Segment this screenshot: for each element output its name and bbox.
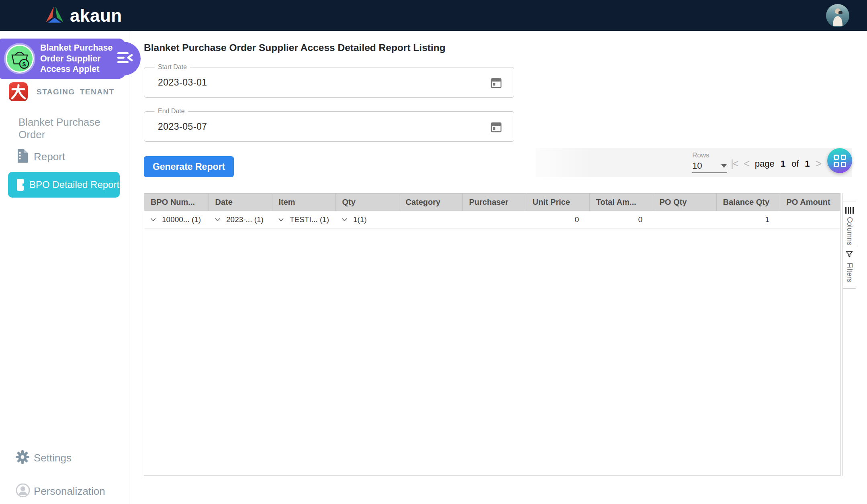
page-word: page [755,159,775,169]
rows-per-page-select[interactable]: 10 [692,159,727,173]
user-avatar[interactable] [826,4,849,27]
end-date-field: End Date [144,111,514,142]
sidebar: $ Blanket Purchase Order Supplier Access… [0,31,129,504]
brand-name: akaun [70,6,122,26]
sidebar-item-report-label: Report [34,151,65,163]
akaun-logo-icon [44,5,65,26]
end-date-input[interactable] [158,112,471,141]
pagination: |< < page 1 of 1 > >| [731,158,834,169]
applet-icon: $ [3,42,36,75]
of-word: of [791,159,799,169]
column-header-date[interactable]: Date [209,194,272,211]
rows-per-page-value: 10 [692,161,702,171]
grid-view-button[interactable] [827,148,852,173]
column-header-balance-qty[interactable]: Balance Qty [716,194,780,211]
column-header-unit-price[interactable]: Unit Price [526,194,589,211]
column-header-bpo-number[interactable]: BPO Num... [144,194,209,211]
cell-date: 2023-... (1) [226,215,264,224]
qty-group-toggle[interactable]: 1(1) [342,215,399,224]
date-group-toggle[interactable]: 2023-... (1) [215,215,272,224]
start-date-field: Start Date [144,67,514,98]
cell-item: TESTI... (1) [290,215,329,224]
table-toolbar: Rows 10 |< < page 1 of 1 > >| [536,148,852,177]
filters-panel-button[interactable]: Filters [843,246,856,289]
sidebar-item-settings[interactable]: Settings [0,449,129,467]
columns-panel-button[interactable]: Columns [843,202,856,246]
sidebar-item-bpo-detailed-report[interactable]: BPO Detailed Report [8,172,120,198]
sidebar-item-bpo-label: BPO Detailed Report [29,179,119,190]
start-date-input[interactable] [158,67,471,97]
column-header-purchaser[interactable]: Purchaser [462,194,526,211]
svg-text:$: $ [22,61,26,67]
grid-icon [834,155,846,167]
tenant-name: STAGING_TENANT [37,88,115,96]
applet-header: $ Blanket Purchase Order Supplier Access… [0,39,125,79]
columns-icon [845,207,854,214]
chevron-down-icon [342,218,347,221]
report-table-container: BPO Num... Date Item Qty Category Purcha… [144,193,840,476]
report-document-icon [16,149,28,165]
applet-title: Blanket Purchase Order Supplier Access A… [40,43,121,75]
bpo-report-icon [17,179,24,191]
column-header-qty[interactable]: Qty [335,194,399,211]
calendar-icon[interactable] [491,121,502,134]
cell-total-amount: 0 [589,211,653,229]
sidebar-item-personalization-label: Personalization [34,485,105,498]
column-header-category[interactable]: Category [399,194,462,211]
table-header-row: BPO Num... Date Item Qty Category Purcha… [144,194,840,211]
item-group-toggle[interactable]: TESTI... (1) [278,215,335,224]
column-header-po-amount[interactable]: PO Amount [780,194,840,211]
tenant-logo-icon [9,82,28,101]
current-page-number: 1 [781,159,785,169]
person-icon [16,484,30,499]
rows-label: Rows [692,151,710,159]
tenant-row[interactable]: STAGING_TENANT [9,82,115,101]
prev-page-icon[interactable]: < [744,158,749,169]
table-side-panel: Columns Filters [842,193,856,476]
filters-panel-label: Filters [845,263,854,282]
cell-po-qty [653,211,716,229]
gear-icon [15,450,30,466]
calendar-icon[interactable] [491,77,502,90]
chevron-down-icon [278,218,284,221]
cell-qty: 1(1) [353,215,367,224]
filter-funnel-icon [846,251,853,259]
module-label[interactable]: Blanket Purchase Order [18,116,129,141]
first-page-icon[interactable]: |< [731,158,738,169]
generate-report-button[interactable]: Generate Report [144,156,234,177]
bpo-number-group-toggle[interactable]: 10000... (1) [151,215,209,224]
chevron-down-icon [151,218,156,221]
column-header-total-amount[interactable]: Total Am... [589,194,653,211]
sidebar-item-report[interactable]: Report [0,147,129,167]
cell-balance-qty: 1 [716,211,780,229]
sidebar-collapse-icon[interactable] [117,52,133,65]
sidebar-item-personalization[interactable]: Personalization [0,482,129,500]
cell-unit-price: 0 [526,211,589,229]
side-panel-spacer [843,193,856,202]
cell-purchaser [462,211,526,229]
top-navbar: akaun [0,0,867,31]
column-header-po-qty[interactable]: PO Qty [653,194,716,211]
next-page-icon[interactable]: > [816,158,821,169]
sidebar-item-settings-label: Settings [34,452,72,464]
chevron-down-icon [215,218,220,221]
cell-category [399,211,462,229]
page-title: Blanket Purchase Order Supplier Access D… [144,42,446,53]
total-pages-number: 1 [805,159,810,169]
column-header-item[interactable]: Item [272,194,335,211]
brand: akaun [44,5,122,26]
cell-po-amount [780,211,840,229]
table-row: 10000... (1) 2023-... (1) TESTI... (1) [144,211,840,229]
chevron-down-icon [721,164,727,168]
cell-bpo-number: 10000... (1) [162,215,201,224]
columns-panel-label: Columns [845,217,854,245]
report-table: BPO Num... Date Item Qty Category Purcha… [144,194,840,229]
